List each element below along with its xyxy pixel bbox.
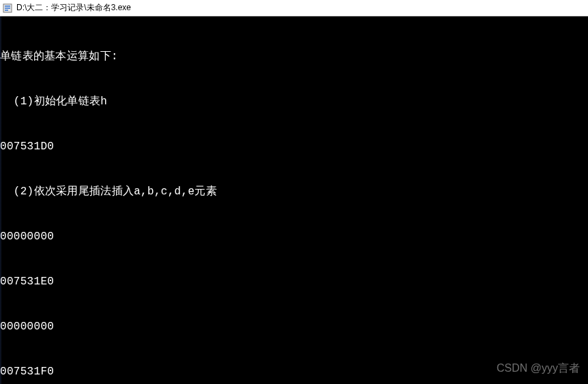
console-line: (2)依次采用尾插法插入a,b,c,d,e元素: [0, 184, 588, 199]
svg-rect-2: [5, 8, 10, 9]
svg-rect-1: [5, 5, 10, 7]
console-line: 007531E0: [0, 274, 588, 289]
console-line: (1)初始化单链表h: [0, 94, 588, 109]
console-line: 00000000: [0, 229, 588, 244]
console-line: 单链表的基本运算如下:: [0, 49, 588, 64]
console-output[interactable]: 单链表的基本运算如下: (1)初始化单链表h 007531D0 (2)依次采用尾…: [0, 16, 588, 384]
console-line: 007531F0: [0, 364, 588, 379]
window-title: D:\大二：学习记录\未命名3.exe: [16, 2, 131, 14]
window-titlebar: D:\大二：学习记录\未命名3.exe: [0, 0, 588, 16]
console-line: 00000000: [0, 319, 588, 334]
app-icon: [3, 3, 12, 13]
console-line: 007531D0: [0, 139, 588, 154]
svg-rect-3: [5, 10, 8, 11]
